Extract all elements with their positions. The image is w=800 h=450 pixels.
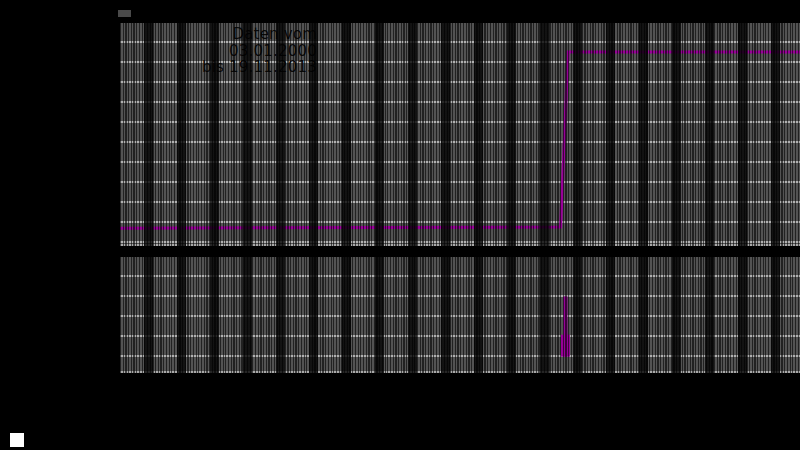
chart-screenshot: Daten vom 03.01.2000 bis 19.11.2013 (0, 0, 800, 450)
spike-thick-bar (561, 335, 570, 357)
main-chart-panel: Daten vom 03.01.2000 bis 19.11.2013 (120, 23, 800, 246)
step-line-path (120, 52, 800, 228)
spike-series (120, 257, 800, 373)
corner-artifact (118, 10, 131, 17)
secondary-chart-panel (120, 257, 800, 373)
step-line-series (120, 23, 800, 246)
legend-swatch (10, 433, 24, 447)
